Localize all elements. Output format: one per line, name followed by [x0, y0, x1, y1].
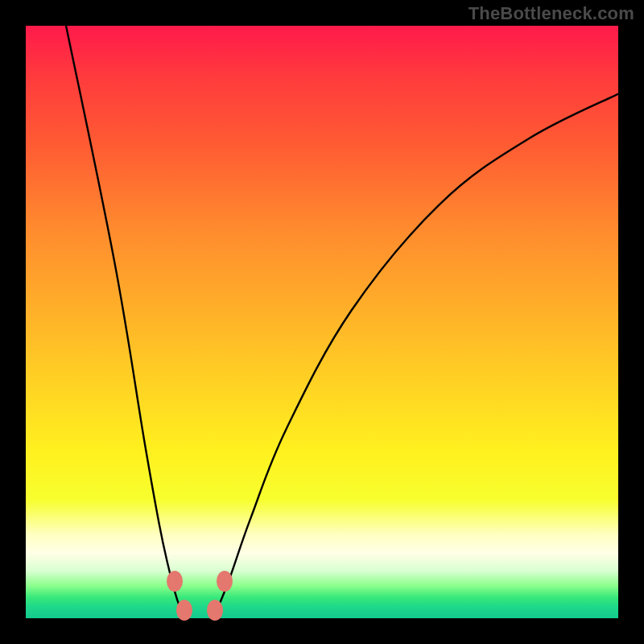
curve-marker	[176, 600, 192, 621]
watermark-text: TheBottleneck.com	[469, 3, 634, 24]
curve-marker	[167, 571, 183, 592]
curve-marker	[207, 600, 223, 621]
chart-frame: TheBottleneck.com	[0, 0, 644, 644]
curve-marker	[217, 571, 233, 592]
marker-layer	[26, 26, 618, 618]
